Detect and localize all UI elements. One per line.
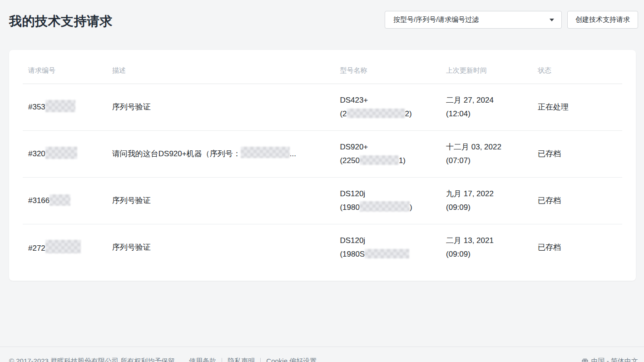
topbar: 我的技术支持请求 按型号/序列号/请求编号过滤 创建技术支持请求 [0, 0, 644, 41]
status-cell: 已存档 [532, 130, 622, 177]
description-text: 请问我的这台DS920+机器（序列号： [112, 149, 241, 158]
redacted-block [50, 194, 70, 206]
requests-table: 请求编号 描述 型号名称 上次更新时间 状态 #353 序列号验证 DS423+… [23, 50, 622, 271]
terms-link[interactable]: 使用条款 [189, 357, 216, 362]
create-request-button[interactable]: 创建技术支持请求 [567, 11, 638, 29]
updated-date-text: 九月 17, 2022 [446, 189, 494, 198]
last-updated-cell: 十二月 03, 2022 (07:07) [441, 130, 532, 177]
request-id-text: #3166 [28, 196, 50, 205]
status-text: 正在处理 [538, 103, 569, 111]
updated-date-text: 二月 13, 2021 [446, 236, 494, 245]
request-id-text: #320 [28, 149, 45, 158]
updated-time-text: (09:09) [446, 250, 471, 258]
cookie-preferences-link[interactable]: Cookie 偏好设置 [266, 357, 317, 362]
model-name-text: DS423+ [340, 96, 368, 104]
serial-suffix-text: ) [410, 203, 412, 212]
model-name-text: DS120j [340, 189, 365, 198]
column-header-request-id: 请求编号 [23, 50, 107, 84]
status-text: 已存档 [538, 196, 561, 205]
footer: © 2017-2023 群晖科技股份有限公司 所有权利均予保留。 使用条款 隐私… [0, 347, 644, 362]
redacted-block [45, 147, 77, 159]
footer-divider [222, 358, 222, 362]
model-name-text: DS920+ [340, 143, 368, 151]
footer-divider [260, 358, 261, 362]
serial-prefix-text: (1980 [340, 203, 359, 212]
description-text: 序列号验证 [112, 196, 151, 205]
table-row[interactable]: #320 请问我的这台DS920+机器（序列号：... DS920+ (2250… [23, 130, 622, 177]
description-text: 序列号验证 [112, 103, 151, 111]
redacted-block [365, 249, 409, 258]
copyright-text: © 2017-2023 群晖科技股份有限公司 所有权利均予保留。 [9, 357, 182, 362]
serial-prefix-text: (2 [340, 109, 347, 118]
table-row[interactable]: #272 序列号验证 DS120j (1980S 二月 13, 2021 (09… [23, 224, 622, 271]
model-cell: DS423+ (22) [334, 84, 441, 130]
page-title: 我的技术支持请求 [9, 11, 113, 30]
redacted-block [360, 155, 399, 165]
column-header-last-updated: 上次更新时间 [441, 50, 532, 84]
serial-prefix-text: (2250 [340, 156, 359, 165]
model-cell: DS920+ (22501) [334, 130, 441, 177]
redacted-block [241, 147, 290, 158]
filter-dropdown[interactable]: 按型号/序列号/请求编号过滤 [385, 11, 562, 29]
locale-switcher[interactable]: 中国 - 简体中文 [581, 357, 638, 362]
model-cell: DS120j (1980S [334, 224, 441, 271]
description-cell: 序列号验证 [107, 84, 335, 130]
description-text: 序列号验证 [112, 243, 151, 252]
updated-time-text: (09:09) [446, 203, 471, 212]
request-id-cell: #272 [23, 224, 107, 271]
redacted-block [45, 240, 81, 253]
table-row[interactable]: #3166 序列号验证 DS120j (1980) 九月 17, 2022 (0… [23, 177, 622, 224]
locale-label: 中国 - 简体中文 [591, 357, 638, 362]
toolbar-controls: 按型号/序列号/请求编号过滤 创建技术支持请求 [385, 11, 638, 29]
requests-card: 请求编号 描述 型号名称 上次更新时间 状态 #353 序列号验证 DS423+… [9, 50, 636, 281]
status-cell: 正在处理 [532, 84, 622, 130]
redacted-block [347, 109, 405, 118]
request-id-text: #353 [28, 103, 45, 111]
updated-date-text: 二月 27, 2024 [446, 96, 494, 104]
serial-prefix-text: (1980S [340, 250, 365, 258]
table-row[interactable]: #353 序列号验证 DS423+ (22) 二月 27, 2024 (12:0… [23, 84, 622, 130]
updated-time-text: (12:04) [446, 109, 471, 118]
model-name-text: DS120j [340, 236, 365, 245]
status-cell: 已存档 [532, 224, 622, 271]
filter-dropdown-label: 按型号/序列号/请求编号过滤 [393, 15, 479, 24]
globe-icon [581, 358, 589, 362]
serial-suffix-text: 2) [405, 109, 412, 118]
description-ellipsis: ... [290, 149, 296, 158]
status-text: 已存档 [538, 243, 561, 252]
status-cell: 已存档 [532, 177, 622, 224]
column-header-status: 状态 [532, 50, 622, 84]
last-updated-cell: 九月 17, 2022 (09:09) [441, 177, 532, 224]
redacted-block [45, 100, 75, 112]
privacy-link[interactable]: 隐私声明 [228, 357, 255, 362]
caret-down-icon [550, 19, 554, 21]
table-header-row: 请求编号 描述 型号名称 上次更新时间 状态 [23, 50, 622, 84]
description-cell: 序列号验证 [107, 177, 335, 224]
description-cell: 序列号验证 [107, 224, 335, 271]
request-id-cell: #3166 [23, 177, 107, 224]
redacted-block [360, 201, 410, 212]
serial-suffix-text: 1) [399, 156, 406, 165]
request-id-cell: #320 [23, 130, 107, 177]
request-id-cell: #353 [23, 84, 107, 130]
column-header-description: 描述 [107, 50, 335, 84]
description-cell: 请问我的这台DS920+机器（序列号：... [107, 130, 335, 177]
updated-time-text: (07:07) [446, 156, 471, 165]
last-updated-cell: 二月 13, 2021 (09:09) [441, 224, 532, 271]
status-text: 已存档 [538, 149, 561, 158]
request-id-text: #272 [28, 244, 45, 253]
updated-date-text: 十二月 03, 2022 [446, 143, 501, 151]
model-cell: DS120j (1980) [334, 177, 441, 224]
column-header-model: 型号名称 [334, 50, 441, 84]
last-updated-cell: 二月 27, 2024 (12:04) [441, 84, 532, 130]
